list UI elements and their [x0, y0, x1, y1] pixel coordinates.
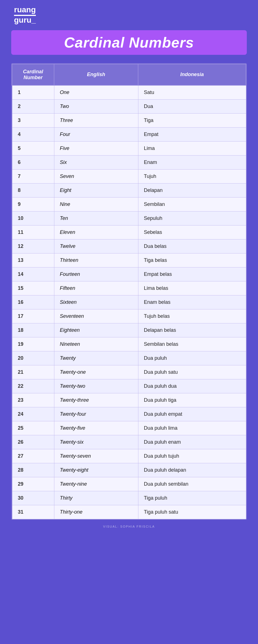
table-header-row: CardinalNumber English Indonesia: [12, 64, 246, 85]
cell-english: Twenty-four: [54, 407, 138, 421]
cell-english: Thirty: [54, 491, 138, 505]
logo: ruang guru_: [14, 6, 36, 25]
cell-number: 23: [12, 393, 54, 407]
cell-english: Twenty-five: [54, 421, 138, 435]
cell-indonesia: Dua puluh lima: [138, 421, 246, 435]
cell-english: Eleven: [54, 225, 138, 239]
cell-number: 18: [12, 323, 54, 337]
table-row: 4FourEmpat: [12, 127, 246, 141]
table-row: 16SixteenEnam belas: [12, 295, 246, 309]
cell-indonesia: Lima belas: [138, 281, 246, 295]
table-row: 13ThirteenTiga belas: [12, 253, 246, 267]
cell-english: Seventeen: [54, 309, 138, 323]
footer-credit: VISUAL: SOPHIA FRISCILA: [103, 525, 155, 528]
cell-number: 10: [12, 211, 54, 225]
cell-english: Six: [54, 155, 138, 169]
cell-english: Fifteen: [54, 281, 138, 295]
col-header-number: CardinalNumber: [12, 64, 54, 85]
cell-english: Twenty-seven: [54, 449, 138, 463]
table-row: 24Twenty-fourDua puluh empat: [12, 407, 246, 421]
table-row: 20TwentyDua puluh: [12, 351, 246, 365]
cell-english: Twenty-eight: [54, 463, 138, 477]
numbers-table-container: CardinalNumber English Indonesia 1OneSat…: [11, 63, 247, 520]
col-header-indonesia: Indonesia: [138, 64, 246, 85]
table-row: 18EighteenDelapan belas: [12, 323, 246, 337]
table-row: 5FiveLima: [12, 141, 246, 155]
cell-indonesia: Tujuh belas: [138, 309, 246, 323]
table-row: 12TwelveDua belas: [12, 239, 246, 253]
cell-indonesia: Sembilan: [138, 197, 246, 211]
table-row: 23Twenty-threeDua puluh tiga: [12, 393, 246, 407]
table-row: 10TenSepuluh: [12, 211, 246, 225]
page-title: Cardinal Numbers: [28, 34, 230, 51]
table-row: 31Thirty-oneTiga puluh satu: [12, 505, 246, 519]
cell-indonesia: Dua puluh satu: [138, 365, 246, 379]
table-row: 2TwoDua: [12, 99, 246, 113]
cell-english: Seven: [54, 169, 138, 183]
table-row: 15FifteenLima belas: [12, 281, 246, 295]
cell-english: Twenty-one: [54, 365, 138, 379]
cell-english: Twenty-six: [54, 435, 138, 449]
table-row: 22Twenty-twoDua puluh dua: [12, 379, 246, 393]
cell-number: 29: [12, 477, 54, 491]
table-row: 6SixEnam: [12, 155, 246, 169]
table-row: 9NineSembilan: [12, 197, 246, 211]
table-row: 21Twenty-oneDua puluh satu: [12, 365, 246, 379]
table-row: 8EightDelapan: [12, 183, 246, 197]
cell-number: 14: [12, 267, 54, 281]
cell-indonesia: Sepuluh: [138, 211, 246, 225]
cell-number: 26: [12, 435, 54, 449]
cell-english: Sixteen: [54, 295, 138, 309]
cell-english: Four: [54, 127, 138, 141]
cell-english: Thirty-one: [54, 505, 138, 519]
cell-number: 21: [12, 365, 54, 379]
table-row: 11ElevenSebelas: [12, 225, 246, 239]
cell-number: 11: [12, 225, 54, 239]
table-row: 17SeventeenTujuh belas: [12, 309, 246, 323]
cell-number: 6: [12, 155, 54, 169]
cell-english: Nine: [54, 197, 138, 211]
table-row: 27Twenty-sevenDua puluh tujuh: [12, 449, 246, 463]
table-row: 25Twenty-fiveDua puluh lima: [12, 421, 246, 435]
cell-number: 12: [12, 239, 54, 253]
table-row: 26Twenty-sixDua puluh enam: [12, 435, 246, 449]
table-row: 30ThirtyTiga puluh: [12, 491, 246, 505]
cell-indonesia: Empat belas: [138, 267, 246, 281]
cell-number: 27: [12, 449, 54, 463]
cell-number: 17: [12, 309, 54, 323]
cell-number: 19: [12, 337, 54, 351]
cell-indonesia: Dua belas: [138, 239, 246, 253]
cell-english: Fourteen: [54, 267, 138, 281]
cell-number: 9: [12, 197, 54, 211]
cardinal-numbers-table: CardinalNumber English Indonesia 1OneSat…: [12, 64, 246, 519]
cell-indonesia: Delapan belas: [138, 323, 246, 337]
cell-number: 3: [12, 113, 54, 127]
cell-english: Ten: [54, 211, 138, 225]
table-row: 19NineteenSembilan belas: [12, 337, 246, 351]
cell-english: Five: [54, 141, 138, 155]
logo-line1: ruang: [14, 6, 36, 16]
cell-number: 4: [12, 127, 54, 141]
cell-indonesia: Tiga: [138, 113, 246, 127]
cell-english: Nineteen: [54, 337, 138, 351]
cell-indonesia: Satu: [138, 85, 246, 100]
cell-indonesia: Sembilan belas: [138, 337, 246, 351]
table-row: 28Twenty-eightDua puluh delapan: [12, 463, 246, 477]
cell-indonesia: Lima: [138, 141, 246, 155]
cell-number: 7: [12, 169, 54, 183]
cell-indonesia: Dua puluh enam: [138, 435, 246, 449]
cell-english: Twelve: [54, 239, 138, 253]
cell-number: 16: [12, 295, 54, 309]
cell-number: 22: [12, 379, 54, 393]
cell-indonesia: Empat: [138, 127, 246, 141]
cell-number: 13: [12, 253, 54, 267]
cell-indonesia: Dua puluh dua: [138, 379, 246, 393]
cell-number: 30: [12, 491, 54, 505]
cell-indonesia: Dua puluh tiga: [138, 393, 246, 407]
cell-english: One: [54, 85, 138, 100]
cell-indonesia: Sebelas: [138, 225, 246, 239]
cell-number: 24: [12, 407, 54, 421]
cell-english: Twenty-two: [54, 379, 138, 393]
cell-english: Twenty-nine: [54, 477, 138, 491]
cell-indonesia: Enam: [138, 155, 246, 169]
